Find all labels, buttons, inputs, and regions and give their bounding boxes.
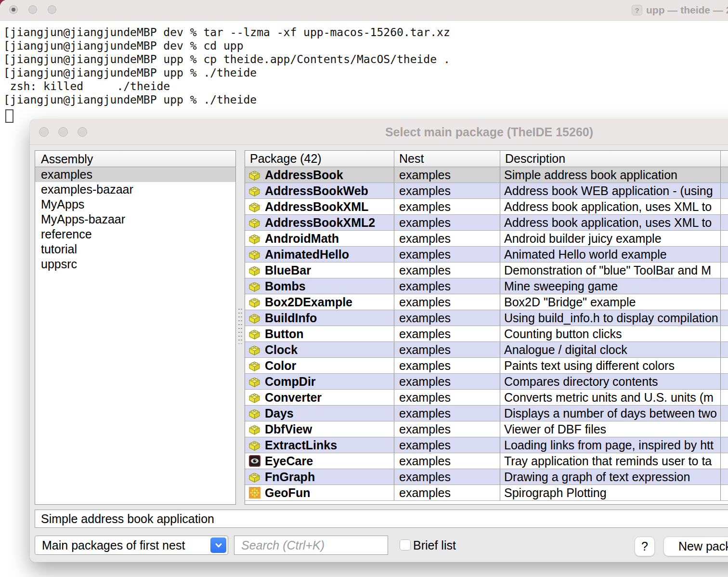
package-row-AddressBookWeb[interactable]: AddressBookWeb examples Address book WEB… bbox=[245, 183, 728, 199]
row-spacer bbox=[721, 167, 728, 183]
terminal-close-button[interactable] bbox=[9, 5, 18, 14]
help-button[interactable]: ? bbox=[635, 537, 655, 556]
package-row-Button[interactable]: Button examples Counting button clicks bbox=[245, 326, 728, 342]
package-name: EyeCare bbox=[265, 454, 313, 468]
package-row-Bombs[interactable]: Bombs examples Mine sweeping game bbox=[245, 278, 728, 294]
package-row-ExtractLinks[interactable]: ExtractLinks examples Loading links from… bbox=[245, 437, 728, 453]
package-name: AddressBook bbox=[265, 168, 343, 182]
package-icon bbox=[248, 312, 261, 324]
package-icon bbox=[248, 216, 261, 229]
package-row-DbfView[interactable]: DbfView examples Viewer of DBF files bbox=[245, 421, 728, 437]
package-nest: examples bbox=[394, 485, 500, 500]
package-description: Tray application that reminds user to ta bbox=[500, 453, 721, 469]
package-row-CompDir[interactable]: CompDir examples Compares directory cont… bbox=[245, 374, 728, 390]
package-nest: examples bbox=[394, 294, 500, 310]
row-spacer bbox=[721, 453, 728, 469]
package-description: Address book application, uses XML to bbox=[500, 199, 721, 214]
terminal-cursor bbox=[5, 109, 13, 123]
package-row-AnimatedHello[interactable]: AnimatedHello examples Animated Hello wo… bbox=[245, 247, 728, 262]
package-row-GeoFun[interactable]: GeoFun examples Spirograph Plotting bbox=[245, 485, 728, 501]
package-name: AddressBookXML2 bbox=[265, 216, 375, 230]
package-row-BuildInfo[interactable]: BuildInfo examples Using build_info.h to… bbox=[245, 310, 728, 326]
assembly-item-uppsrc[interactable]: uppsrc bbox=[35, 257, 235, 272]
column-header-spacer bbox=[721, 151, 728, 167]
row-spacer bbox=[721, 215, 728, 230]
package-icon bbox=[248, 328, 261, 340]
nest-filter-dropdown[interactable]: Main packages of first nest bbox=[35, 536, 228, 555]
package-row-EyeCare[interactable]: EyeCare examples Tray application that r… bbox=[245, 453, 728, 469]
panel-splitter-handle[interactable] bbox=[237, 307, 242, 344]
new-package-button[interactable]: New package bbox=[663, 537, 728, 556]
package-row-Box2DExample[interactable]: Box2DExample examples Box2D "Bridge" exa… bbox=[245, 294, 728, 310]
package-name: AnimatedHello bbox=[265, 248, 349, 262]
assembly-item-tutorial[interactable]: tutorial bbox=[35, 242, 235, 257]
dialog-minimize-button[interactable] bbox=[58, 127, 68, 137]
package-name: Bombs bbox=[265, 279, 306, 293]
package-description: Viewer of DBF files bbox=[500, 421, 721, 437]
row-spacer bbox=[721, 326, 728, 341]
package-description: Paints text using different colors bbox=[500, 358, 721, 373]
terminal-minimize-button[interactable] bbox=[28, 5, 37, 14]
package-row-AddressBookXML[interactable]: AddressBookXML examples Address book app… bbox=[245, 199, 728, 215]
package-nest: examples bbox=[394, 421, 500, 437]
terminal-title: upp — theide — 2 bbox=[646, 4, 728, 16]
terminal-line: [jiangjun@jiangjundeMBP dev % cd upp bbox=[3, 39, 728, 52]
package-nest: examples bbox=[394, 215, 500, 230]
search-input[interactable]: Search (Ctrl+K) bbox=[234, 536, 388, 555]
row-spacer bbox=[721, 437, 728, 453]
package-row-FnGraph[interactable]: FnGraph examples Drawing a graph of text… bbox=[245, 469, 728, 485]
brief-list-checkbox[interactable] bbox=[400, 539, 411, 551]
package-row-Days[interactable]: Days examples Displays a number of days … bbox=[245, 406, 728, 421]
package-nest: examples bbox=[394, 167, 500, 183]
column-header-package[interactable]: Package (42) bbox=[245, 151, 394, 167]
assembly-panel: Assembly examplesexamples-bazaarMyAppsMy… bbox=[35, 150, 236, 505]
dialog-zoom-button[interactable] bbox=[78, 127, 87, 137]
column-header-description[interactable]: Description bbox=[500, 151, 721, 167]
dropdown-button[interactable] bbox=[210, 538, 226, 553]
column-header-nest[interactable]: Nest bbox=[394, 151, 500, 167]
package-row-BlueBar[interactable]: BlueBar examples Demonstration of "blue"… bbox=[245, 262, 728, 278]
dialog-title: Select main package (TheIDE 15260) bbox=[385, 125, 593, 139]
assembly-item-MyApps[interactable]: MyApps bbox=[35, 197, 235, 212]
package-nest: examples bbox=[394, 437, 500, 453]
package-icon bbox=[248, 375, 261, 388]
package-nest: examples bbox=[394, 342, 500, 357]
package-icon bbox=[248, 471, 261, 483]
package-row-Clock[interactable]: Clock examples Analogue / digital clock bbox=[245, 342, 728, 358]
package-nest: examples bbox=[394, 374, 500, 389]
package-description: Android builder juicy example bbox=[500, 231, 721, 246]
row-spacer bbox=[721, 406, 728, 421]
terminal-title-cluster: ? upp — theide — 2 bbox=[632, 4, 728, 16]
package-row-AndroidMath[interactable]: AndroidMath examples Android builder jui… bbox=[245, 231, 728, 247]
dialog-close-button[interactable] bbox=[39, 127, 49, 137]
terminal-line: zsh: killed ./theide bbox=[3, 79, 728, 93]
package-description: Spirograph Plotting bbox=[500, 485, 721, 500]
package-row-AddressBookXML2[interactable]: AddressBookXML2 examples Address book ap… bbox=[245, 215, 728, 231]
assembly-item-examples-bazaar[interactable]: examples-bazaar bbox=[35, 182, 235, 197]
terminal-line: [jiangjun@jiangjundeMBP dev % tar --lzma… bbox=[3, 26, 728, 39]
package-icon bbox=[248, 391, 261, 404]
terminal-output[interactable]: [jiangjun@jiangjundeMBP dev % tar --lzma… bbox=[3, 26, 728, 106]
package-nest: examples bbox=[394, 310, 500, 326]
package-row-AddressBook[interactable]: AddressBook examples Simple address book… bbox=[245, 167, 728, 183]
package-description: Displays a number of days between two bbox=[500, 406, 721, 421]
select-main-package-dialog: Select main package (TheIDE 15260) Assem… bbox=[30, 119, 728, 562]
row-spacer bbox=[721, 262, 728, 278]
package-nest: examples bbox=[394, 406, 500, 421]
package-description: Address book WEB application - (using bbox=[500, 183, 721, 198]
package-icon bbox=[248, 184, 261, 197]
package-description: Animated Hello world example bbox=[500, 247, 721, 262]
assembly-item-reference[interactable]: reference bbox=[35, 227, 235, 242]
row-spacer bbox=[721, 183, 728, 198]
package-name: AndroidMath bbox=[265, 232, 339, 246]
terminal-zoom-button[interactable] bbox=[48, 5, 56, 14]
package-icon bbox=[248, 169, 261, 181]
assembly-header: Assembly bbox=[35, 151, 235, 167]
package-row-Color[interactable]: Color examples Paints text using differe… bbox=[245, 358, 728, 374]
package-row-Converter[interactable]: Converter examples Converts metric units… bbox=[245, 390, 728, 406]
package-name: ExtractLinks bbox=[265, 438, 337, 452]
assembly-list: examplesexamples-bazaarMyAppsMyApps-baza… bbox=[35, 167, 235, 272]
package-nest: examples bbox=[394, 262, 500, 278]
assembly-item-examples[interactable]: examples bbox=[35, 167, 235, 182]
assembly-item-MyApps-bazaar[interactable]: MyApps-bazaar bbox=[35, 212, 235, 227]
